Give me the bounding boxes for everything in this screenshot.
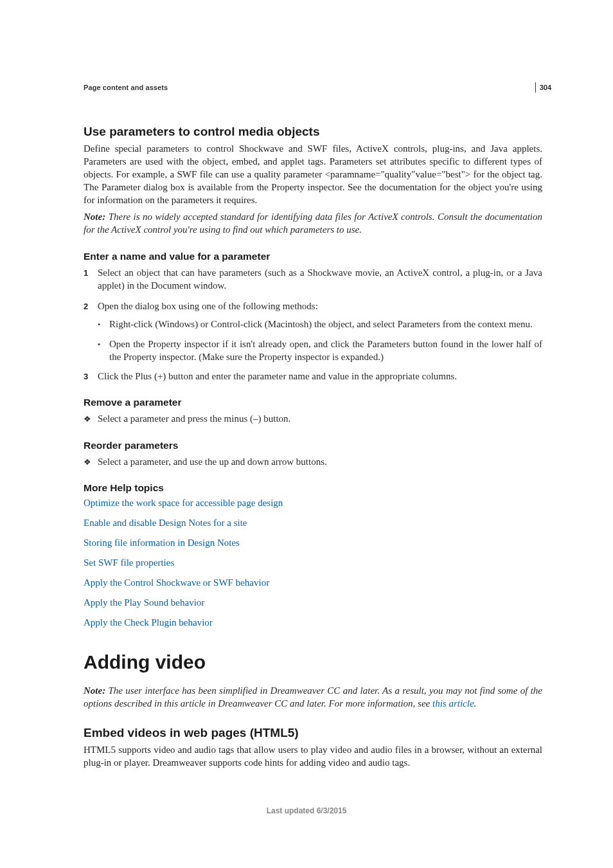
bullet-icon: • (98, 318, 109, 330)
note-simplified-ui: Note: The user interface has been simpli… (84, 685, 542, 710)
step-text: Open the dialog box using one of the fol… (98, 300, 542, 312)
reorder-step: ❖ Select a parameter, and use the up and… (84, 455, 542, 468)
heading-use-parameters: Use parameters to control media objects (84, 125, 542, 139)
note-label: Note: (84, 212, 109, 222)
link-enable-design-notes[interactable]: Enable and disable Design Notes for a si… (84, 518, 542, 529)
heading-embed-videos: Embed videos in web pages (HTML5) (84, 726, 542, 740)
intro-paragraph: Define special parameters to control Sho… (84, 143, 542, 207)
step-3: 3 Click the Plus (+) button and enter th… (84, 370, 542, 383)
step-number: 2 (84, 300, 98, 312)
link-play-sound[interactable]: Apply the Play Sound behavior (84, 597, 542, 608)
step-1: 1 Select an object that can have paramet… (84, 266, 542, 293)
link-optimize-workspace[interactable]: Optimize the work space for accessible p… (84, 498, 542, 509)
ordered-steps: 1 Select an object that can have paramet… (84, 266, 542, 383)
note-text: There is no widely accepted standard for… (84, 212, 542, 235)
page-number: 304 (535, 82, 551, 93)
embed-paragraph: HTML5 supports video and audio tags that… (84, 744, 542, 770)
heading-enter-name-value: Enter a name and value for a parameter (84, 251, 542, 262)
link-control-shockwave[interactable]: Apply the Control Shockwave or SWF behav… (84, 577, 542, 588)
heading-adding-video: Adding video (84, 651, 542, 673)
breadcrumb: Page content and assets (84, 84, 542, 91)
reorder-step-text: Select a parameter, and use the up and d… (98, 455, 327, 468)
list-item-text: Open the Property inspector if it isn't … (109, 338, 542, 364)
bullet-icon: • (98, 338, 109, 364)
remove-step-text: Select a parameter and press the minus (… (98, 412, 290, 425)
step-number: 1 (84, 266, 98, 293)
list-item: • Right-click (Windows) or Control-click… (98, 318, 542, 330)
step-text: Select an object that can have parameter… (98, 266, 542, 293)
note-label: Note: (84, 685, 109, 696)
list-item: • Open the Property inspector if it isn'… (98, 338, 542, 364)
note-activex: Note: There is no widely accepted standa… (84, 211, 542, 237)
link-swf-properties[interactable]: Set SWF file properties (84, 557, 542, 568)
help-links: Optimize the work space for accessible p… (84, 498, 542, 628)
step-2: 2 Open the dialog box using one of the f… (84, 300, 542, 312)
page-footer: Last updated 6/3/2015 (0, 806, 613, 815)
diamond-bullet-icon: ❖ (84, 455, 98, 468)
list-item-text: Right-click (Windows) or Control-click (… (109, 318, 542, 330)
heading-remove-parameter: Remove a parameter (84, 397, 542, 408)
step-text: Click the Plus (+) button and enter the … (98, 370, 542, 383)
step-number: 3 (84, 370, 98, 383)
heading-reorder-parameters: Reorder parameters (84, 440, 542, 451)
link-check-plugin[interactable]: Apply the Check Plugin behavior (84, 617, 542, 628)
link-storing-file-info[interactable]: Storing file information in Design Notes (84, 538, 542, 548)
remove-step: ❖ Select a parameter and press the minus… (84, 412, 542, 425)
note-text-post: . (474, 698, 477, 709)
diamond-bullet-icon: ❖ (84, 412, 98, 425)
step-2-sublist: • Right-click (Windows) or Control-click… (98, 318, 542, 363)
link-this-article[interactable]: this article (432, 698, 474, 709)
heading-more-help: More Help topics (84, 482, 542, 494)
